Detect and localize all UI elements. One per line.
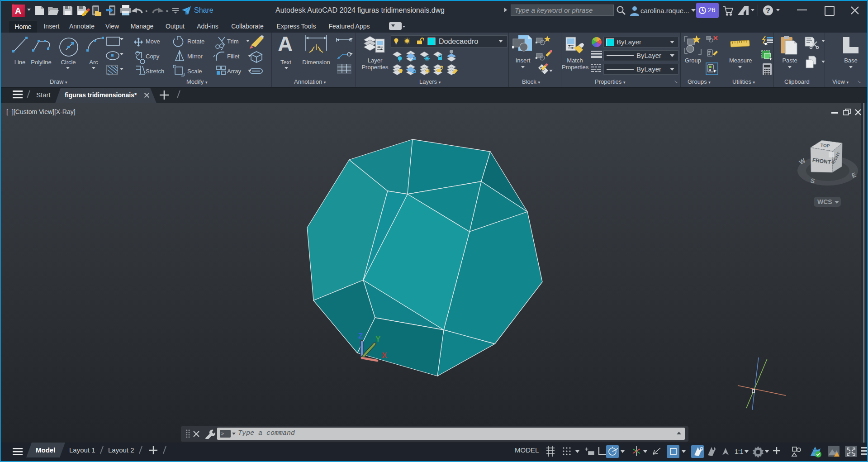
svg-text:1:1: 1:1 (735, 448, 744, 455)
svg-text:X: X (382, 351, 387, 360)
svg-text:TOP: TOP (821, 143, 830, 148)
svg-text:?: ? (766, 7, 770, 14)
svg-text:Y: Y (375, 335, 381, 343)
svg-text:A: A (15, 6, 21, 16)
svg-text:Z: Z (358, 332, 363, 340)
